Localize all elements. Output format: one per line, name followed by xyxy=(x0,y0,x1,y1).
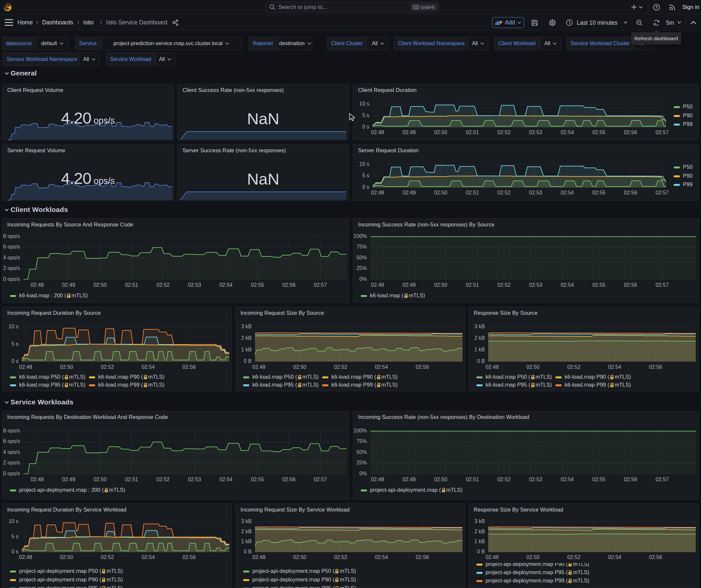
svg-text:?: ? xyxy=(655,5,658,10)
